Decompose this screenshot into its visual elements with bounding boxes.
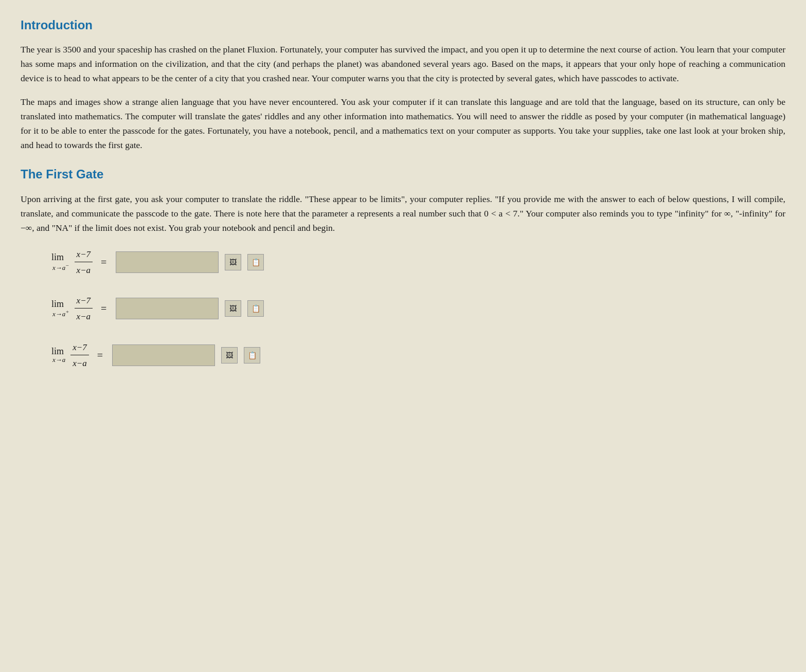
lim-with-sub-2: lim x→a+ — [51, 299, 69, 318]
fraction-1: x−7 x−a — [75, 247, 93, 277]
numerator-3: x−7 — [70, 340, 89, 355]
fraction-3: x−7 x−a — [70, 340, 89, 370]
problem-2-row: lim x→a+ x−7 x−a = 🖼 📋 — [51, 294, 785, 323]
equals-3: = — [97, 347, 103, 364]
lim-label-3: lim — [51, 347, 64, 357]
introduction-paragraph1: The year is 3500 and your spaceship has … — [21, 42, 785, 85]
clipboard-icon-btn-2[interactable]: 📋 — [247, 300, 264, 317]
first-gate-title: The First Gate — [21, 165, 785, 184]
image-icon-btn-1[interactable]: 🖼 — [225, 254, 241, 270]
clipboard-icon-btn-1[interactable]: 📋 — [247, 254, 264, 270]
lim-subscript-2: x→a+ — [52, 309, 69, 318]
introduction-title: Introduction — [21, 15, 785, 35]
lim-with-sub-1: lim x→a− — [51, 252, 69, 271]
denominator-1: x−a — [75, 262, 93, 277]
clipboard-icon-btn-3[interactable]: 📋 — [244, 347, 260, 364]
numerator-2: x−7 — [75, 294, 93, 308]
equals-1: = — [101, 254, 106, 270]
limit-expression-2: lim x→a+ x−7 x−a = — [51, 294, 110, 323]
limit-expression-1: lim x→a− x−7 x−a = — [51, 247, 110, 277]
equals-2: = — [101, 300, 106, 317]
lim-with-sub-3: lim x→a — [51, 347, 65, 364]
image-icon-btn-2[interactable]: 🖼 — [225, 300, 241, 317]
math-problems-container: lim x→a− x−7 x−a = 🖼 📋 lim x→a+ — [21, 247, 785, 370]
lim-label-2: lim — [51, 299, 64, 310]
first-gate-paragraph: Upon arriving at the first gate, you ask… — [21, 192, 785, 235]
problem-1-row: lim x→a− x−7 x−a = 🖼 📋 — [51, 247, 785, 277]
limit-expression-3: lim x→a x−7 x−a = — [51, 340, 106, 370]
numerator-1: x−7 — [75, 247, 93, 262]
problem-3-row: lim x→a x−7 x−a = 🖼 📋 — [51, 340, 785, 370]
image-icon-btn-3[interactable]: 🖼 — [221, 347, 238, 364]
introduction-paragraph2: The maps and images show a strange alien… — [21, 95, 785, 152]
lim-label-1: lim — [51, 252, 64, 263]
fraction-2: x−7 x−a — [75, 294, 93, 323]
lim-subscript-3: x→a — [52, 356, 65, 364]
lim-subscript-1: x→a− — [52, 263, 69, 272]
first-gate-section: The First Gate Upon arriving at the firs… — [21, 165, 785, 370]
answer-input-3[interactable] — [112, 344, 215, 366]
denominator-3: x−a — [70, 355, 89, 370]
denominator-2: x−a — [75, 308, 93, 323]
answer-input-1[interactable] — [116, 251, 219, 273]
answer-input-2[interactable] — [116, 298, 219, 319]
introduction-section: Introduction The year is 3500 and your s… — [21, 15, 785, 152]
